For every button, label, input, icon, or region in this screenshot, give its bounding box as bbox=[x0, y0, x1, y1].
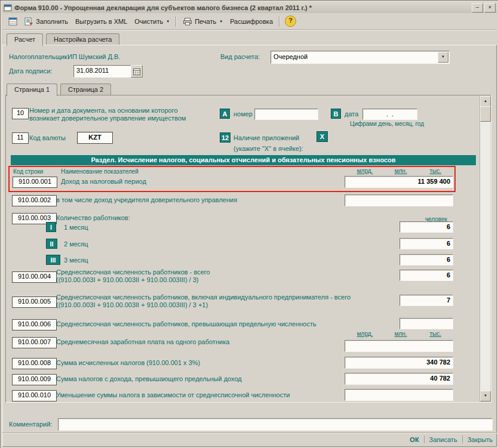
taxpayer-label: Налогоплательщик: bbox=[9, 53, 69, 60]
row-label: Количество работников: bbox=[56, 214, 130, 222]
month-3-label: 3 месяц bbox=[64, 257, 88, 264]
form-content: 10 Номер и дата документа, на основании … bbox=[7, 96, 480, 401]
vertical-scrollbar[interactable]: ▲ ▼ bbox=[479, 96, 490, 401]
comment-field[interactable] bbox=[58, 418, 493, 431]
calc-kind-value: Очередной bbox=[271, 51, 308, 62]
col-header-mln: млн. bbox=[379, 168, 413, 174]
currency-label: Код валюты bbox=[29, 134, 66, 142]
trust-income-field[interactable] bbox=[345, 194, 453, 206]
month-2-label: 2 месяц bbox=[64, 240, 88, 248]
chevron-down-icon: ▼ bbox=[219, 20, 223, 23]
footer-buttons: ОК Записать Закрыть bbox=[410, 435, 493, 443]
comment-label: Комментарий: bbox=[9, 421, 52, 428]
sign-date-field[interactable]: 31.08.2011 bbox=[73, 65, 134, 78]
ok-button[interactable]: ОК bbox=[410, 436, 419, 443]
tab-page-2[interactable]: Страница 2 bbox=[60, 84, 111, 95]
footer-divider bbox=[2, 432, 497, 433]
form-area: 10 Номер и дата документа, на основании … bbox=[5, 95, 491, 403]
sign-date-label: Дата подписи: bbox=[9, 67, 52, 75]
row-code-box: 910.00.010 bbox=[12, 390, 57, 401]
month-2-badge: II bbox=[46, 239, 57, 249]
row-label: Доход за налоговый период bbox=[61, 178, 146, 186]
row-label: Уменьшение суммы налога в зависимости от… bbox=[56, 391, 290, 399]
print-button[interactable]: Печать ▼ bbox=[179, 16, 226, 27]
footer-separator bbox=[424, 435, 425, 443]
row-label: Сумма налогов с дохода, превышающего пре… bbox=[56, 375, 242, 383]
appendix-x-checkbox[interactable]: X bbox=[316, 131, 328, 142]
tab-settings[interactable]: Настройка расчета bbox=[46, 33, 119, 45]
date-hint: Цифрами день, месяц, год bbox=[348, 121, 426, 127]
export-xml-button[interactable]: Выгрузить в XML bbox=[72, 16, 131, 27]
avg-workers-incl-field[interactable]: 7 bbox=[399, 295, 453, 306]
month-1-field[interactable]: 6 bbox=[399, 221, 453, 233]
row-code-box: 910.00.001 bbox=[13, 177, 57, 188]
tab-page-1[interactable]: Страница 1 bbox=[7, 84, 57, 96]
fill-button[interactable]: Заполнить bbox=[21, 16, 72, 27]
decipher-button[interactable]: Расшифровка bbox=[226, 16, 276, 27]
row-label: Среднесписочная численность работников, … bbox=[56, 293, 351, 301]
col-header-mln: млн. bbox=[379, 330, 413, 337]
fill-icon bbox=[24, 17, 33, 26]
clear-label: Очистить bbox=[134, 18, 163, 25]
col-header-tys: тыс. bbox=[413, 168, 447, 174]
toolbar: Заполнить Выгрузить в XML Очистить ▼ Печ… bbox=[2, 13, 497, 30]
month-3-badge: III bbox=[46, 255, 60, 265]
form-910-window: Форма 910.00 - Упрощенная декларация для… bbox=[0, 0, 498, 448]
col-header-mlrd: млрд. bbox=[345, 330, 379, 337]
section-title: Раздел. Исчисление налогов, социальных о… bbox=[11, 155, 476, 165]
scroll-down-icon[interactable]: ▼ bbox=[480, 391, 491, 401]
avg-salary-field[interactable] bbox=[345, 340, 453, 352]
excess-income-tax-field[interactable]: 40 782 bbox=[345, 373, 453, 385]
row-label: Среднемесячная заработная плата на одног… bbox=[56, 338, 229, 346]
row-code-box: 910.00.004 bbox=[12, 271, 57, 283]
print-label: Печать bbox=[195, 18, 216, 25]
badge-12: 12 bbox=[220, 132, 230, 143]
highlight-red-box: Код строки Наименование показателей млрд… bbox=[8, 166, 456, 192]
form-icon bbox=[8, 17, 17, 26]
main-tabstrip: Расчет Настройка расчета bbox=[7, 33, 121, 46]
help-button[interactable]: ? bbox=[285, 16, 296, 27]
calendar-icon[interactable] bbox=[131, 65, 143, 78]
clear-button[interactable]: Очистить ▼ bbox=[131, 16, 173, 27]
row-formula: ((910.00.003I + 910.00.003II + 910.00.00… bbox=[56, 276, 210, 284]
unit-headers: млрд. млн. тыс. bbox=[345, 330, 447, 337]
row-formula: ((910.00.003I + 910.00.003II + 910.00.00… bbox=[56, 301, 351, 309]
close-button[interactable]: × bbox=[484, 3, 496, 13]
row-label: в том числе доход учредителя доверительн… bbox=[56, 196, 237, 204]
line-code-box: 11 bbox=[12, 132, 29, 144]
tax-reduction-field[interactable] bbox=[345, 389, 453, 401]
row-code-box: 910.00.007 bbox=[12, 337, 57, 348]
month-3-field[interactable]: 6 bbox=[399, 254, 453, 265]
footer-separator bbox=[462, 435, 463, 443]
badge-b: B bbox=[331, 109, 341, 119]
excess-workers-field[interactable] bbox=[399, 318, 453, 329]
form-settings-button[interactable] bbox=[5, 16, 21, 27]
appendix-hint: (укажите "X" в ячейке): bbox=[233, 145, 303, 153]
row-code-box: 910.00.009 bbox=[12, 374, 57, 385]
tax-sum-field[interactable]: 340 782 bbox=[345, 357, 453, 369]
scroll-up-icon[interactable]: ▲ bbox=[480, 96, 491, 107]
save-button[interactable]: Записать bbox=[429, 436, 457, 443]
doc-date-field[interactable]: . . bbox=[362, 109, 417, 120]
titlebar[interactable]: Форма 910.00 - Упрощенная декларация для… bbox=[2, 2, 497, 13]
minimize-button[interactable]: – bbox=[472, 3, 483, 13]
doc-number-field[interactable] bbox=[254, 109, 318, 120]
row-label: Среднесписочная численность работников, … bbox=[56, 320, 316, 328]
calc-kind-combobox[interactable]: Очередной ▼ bbox=[270, 51, 450, 64]
taxpayer-link[interactable]: ИП Шумский Д.В. bbox=[67, 53, 120, 60]
scrollbar-thumb[interactable] bbox=[480, 106, 491, 122]
currency-field[interactable]: KZT bbox=[77, 132, 113, 144]
calc-kind-label: Вид расчета: bbox=[220, 53, 260, 60]
tab-calc[interactable]: Расчет bbox=[7, 33, 43, 46]
chevron-down-icon[interactable]: ▼ bbox=[438, 52, 448, 63]
row-label: Среднесписочная численность работников -… bbox=[56, 268, 210, 276]
line10-label-2: возникает доверительное управление имуще… bbox=[29, 115, 186, 122]
month-2-field[interactable]: 6 bbox=[399, 238, 453, 249]
line-code-box: 10 bbox=[12, 108, 29, 119]
avg-workers-field[interactable]: 6 bbox=[399, 270, 453, 281]
number-label: номер bbox=[233, 110, 253, 118]
col-header-tys: тыс. bbox=[413, 330, 447, 337]
income-period-field[interactable]: 11 359 400 bbox=[345, 176, 453, 188]
close-form-button[interactable]: Закрыть bbox=[468, 436, 493, 443]
month-1-label: 1 месяц bbox=[64, 224, 88, 231]
